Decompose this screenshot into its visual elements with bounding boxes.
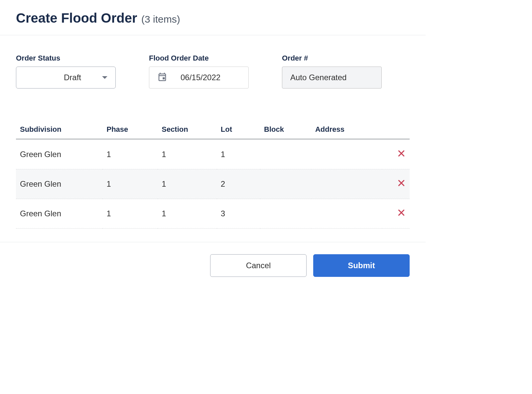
- cell-section: 1: [158, 199, 217, 229]
- page-header: Create Flood Order (3 items): [0, 0, 426, 35]
- cell-block: [260, 199, 311, 229]
- flood-order-date-input[interactable]: 06/15/2022: [149, 67, 249, 89]
- col-section: Section: [158, 120, 217, 139]
- cell-action: [382, 199, 410, 229]
- col-lot: Lot: [217, 120, 260, 139]
- col-action: [382, 120, 410, 139]
- cell-section: 1: [158, 169, 217, 199]
- order-status-value: Draft: [16, 73, 115, 82]
- cell-address: [311, 199, 382, 229]
- form-section: Order Status Draft Flood Order Date 06/1…: [0, 35, 426, 120]
- table-row: Green Glen113: [16, 199, 410, 229]
- order-number-group: Order # Auto Generated: [282, 54, 382, 89]
- cell-block: [260, 139, 311, 169]
- cell-phase: 1: [102, 169, 158, 199]
- order-number-label: Order #: [282, 54, 382, 63]
- order-status-group: Order Status Draft: [16, 54, 116, 89]
- cell-subdivision: Green Glen: [16, 169, 102, 199]
- delete-row-button[interactable]: [397, 179, 406, 187]
- cell-block: [260, 169, 311, 199]
- cell-phase: 1: [102, 139, 158, 169]
- cell-lot: 2: [217, 169, 260, 199]
- delete-row-button[interactable]: [397, 149, 406, 158]
- cell-lot: 3: [217, 199, 260, 229]
- flood-order-date-value: 06/15/2022: [181, 73, 220, 82]
- flood-order-date-label: Flood Order Date: [149, 54, 249, 63]
- items-count: (3 items): [141, 14, 180, 25]
- items-table: Subdivision Phase Section Lot Block Addr…: [16, 120, 410, 229]
- cell-phase: 1: [102, 199, 158, 229]
- cell-address: [311, 169, 382, 199]
- order-number-value: Auto Generated: [290, 73, 346, 82]
- order-status-select[interactable]: Draft: [16, 67, 116, 89]
- order-number-field: Auto Generated: [282, 67, 382, 89]
- flood-order-date-group: Flood Order Date 06/15/2022: [149, 54, 249, 89]
- cell-lot: 1: [217, 139, 260, 169]
- page-title: Create Flood Order: [16, 11, 137, 25]
- close-icon: [397, 179, 406, 187]
- cell-action: [382, 139, 410, 169]
- svg-rect-0: [163, 77, 165, 79]
- delete-row-button[interactable]: [397, 208, 406, 217]
- cancel-button[interactable]: Cancel: [210, 254, 307, 277]
- col-block: Block: [260, 120, 311, 139]
- cell-address: [311, 139, 382, 169]
- submit-button[interactable]: Submit: [313, 254, 410, 277]
- table-row: Green Glen111: [16, 139, 410, 169]
- col-subdivision: Subdivision: [16, 120, 102, 139]
- cell-subdivision: Green Glen: [16, 139, 102, 169]
- table-row: Green Glen112: [16, 169, 410, 199]
- cell-action: [382, 169, 410, 199]
- col-phase: Phase: [102, 120, 158, 139]
- order-status-label: Order Status: [16, 54, 116, 63]
- calendar-icon: [157, 72, 167, 83]
- cell-section: 1: [158, 139, 217, 169]
- chevron-down-icon: [102, 76, 107, 79]
- close-icon: [397, 208, 406, 217]
- close-icon: [397, 149, 406, 158]
- cell-subdivision: Green Glen: [16, 199, 102, 229]
- col-address: Address: [311, 120, 382, 139]
- footer: Cancel Submit: [0, 242, 426, 289]
- items-table-container: Subdivision Phase Section Lot Block Addr…: [0, 120, 426, 242]
